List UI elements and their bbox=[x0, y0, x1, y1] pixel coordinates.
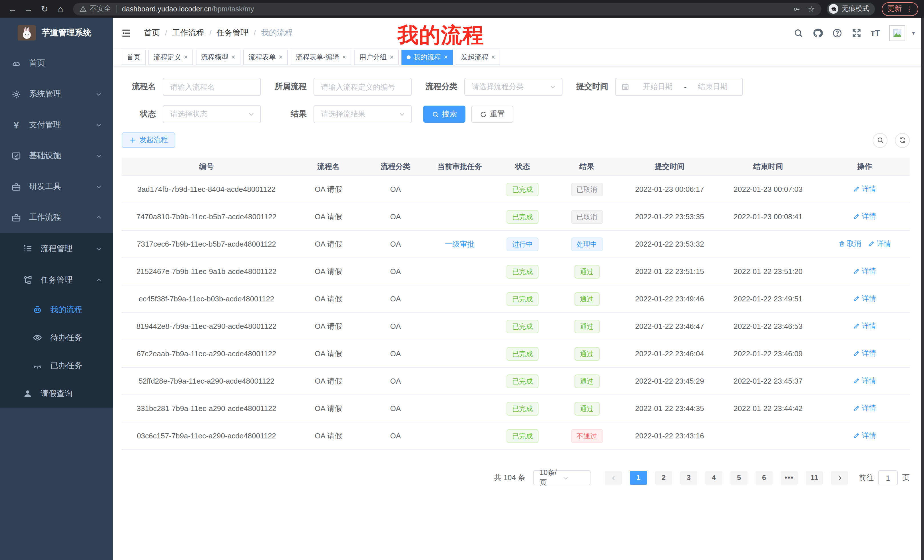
action-详情[interactable]: 详情 bbox=[853, 376, 876, 386]
page-button-2[interactable]: 2 bbox=[655, 471, 672, 485]
process-name-input[interactable] bbox=[163, 78, 261, 96]
cell-id: 7317cec6-7b9b-11ec-b5b7-acde48001122 bbox=[122, 240, 291, 248]
plus-icon bbox=[129, 136, 136, 144]
sidebar-item-我的流程[interactable]: 我的流程 bbox=[0, 296, 113, 324]
key-icon[interactable] bbox=[793, 5, 801, 13]
sidebar-item-已办任务[interactable]: 已办任务 bbox=[0, 352, 113, 380]
sidebar-item-请假查询[interactable]: 请假查询 bbox=[0, 380, 113, 407]
tab-用户分组[interactable]: 用户分组× bbox=[354, 49, 399, 65]
avatar[interactable] bbox=[889, 25, 905, 41]
page-button-6[interactable]: 6 bbox=[756, 471, 772, 485]
end-date-placeholder[interactable]: 结束日期 bbox=[689, 82, 736, 92]
close-icon[interactable]: × bbox=[184, 54, 188, 60]
show-search-button[interactable] bbox=[873, 133, 888, 148]
action-详情[interactable]: 详情 bbox=[853, 321, 876, 331]
fullscreen-icon[interactable] bbox=[851, 28, 861, 38]
action-详情[interactable]: 详情 bbox=[853, 404, 876, 413]
close-icon[interactable]: × bbox=[444, 54, 448, 60]
tab-我的流程[interactable]: 我的流程× bbox=[402, 49, 453, 65]
sidebar-item-label: 我的流程 bbox=[50, 304, 82, 315]
action-详情[interactable]: 详情 bbox=[853, 267, 876, 276]
reset-button[interactable]: 重置 bbox=[471, 106, 513, 123]
cell-status: 已完成 bbox=[494, 319, 551, 333]
next-page-button[interactable] bbox=[831, 471, 848, 485]
close-icon[interactable]: × bbox=[279, 54, 283, 60]
process-definition-input[interactable] bbox=[314, 78, 412, 96]
action-详情[interactable]: 详情 bbox=[868, 239, 891, 249]
sidebar-item-流程管理[interactable]: 流程管理 bbox=[0, 233, 113, 264]
close-icon[interactable]: × bbox=[390, 54, 393, 60]
sidebar-item-系统管理[interactable]: 系统管理 bbox=[0, 79, 113, 109]
page-button-5[interactable]: 5 bbox=[730, 471, 747, 485]
create-process-button[interactable]: 发起流程 bbox=[122, 132, 176, 148]
home-icon[interactable]: ⌂ bbox=[54, 4, 68, 14]
breadcrumb: 首页/工作流程/任务管理/我的流程 bbox=[144, 28, 293, 38]
sidebar-item-首页[interactable]: 首页 bbox=[0, 48, 113, 79]
close-icon[interactable]: × bbox=[491, 54, 495, 60]
close-icon[interactable]: × bbox=[231, 54, 235, 60]
tab-发起流程[interactable]: 发起流程× bbox=[456, 49, 500, 65]
tab-流程表单-编辑[interactable]: 流程表单-编辑× bbox=[291, 49, 351, 65]
breadcrumb-item-工作流程[interactable]: 工作流程 bbox=[172, 28, 204, 38]
breadcrumb-item-任务管理[interactable]: 任务管理 bbox=[217, 28, 249, 38]
action-详情[interactable]: 详情 bbox=[853, 349, 876, 358]
prev-page-button[interactable] bbox=[605, 471, 622, 485]
github-icon[interactable] bbox=[812, 28, 823, 38]
page-button-4[interactable]: 4 bbox=[705, 471, 722, 485]
action-详情[interactable]: 详情 bbox=[853, 212, 876, 222]
task-link[interactable]: 一级审批 bbox=[445, 239, 475, 249]
submit-time-range-picker[interactable]: 开始日期 - 结束日期 bbox=[615, 78, 743, 96]
refresh-table-button[interactable] bbox=[895, 133, 910, 148]
browser-menu-icon[interactable]: ⋮ bbox=[906, 5, 913, 13]
app-logo[interactable]: 芋道管理系统 bbox=[0, 18, 113, 48]
tab-流程定义[interactable]: 流程定义× bbox=[148, 49, 193, 65]
tab-流程表单[interactable]: 流程表单× bbox=[243, 49, 288, 65]
cell-process-name: OA 请假 bbox=[291, 403, 366, 413]
search-button[interactable]: 搜索 bbox=[423, 106, 465, 123]
status-badge: 已完成 bbox=[507, 265, 538, 278]
cell-end-time: 2022-01-22 23:46:09 bbox=[717, 349, 819, 358]
page-button-1[interactable]: 1 bbox=[630, 471, 647, 485]
close-icon[interactable]: × bbox=[342, 54, 346, 60]
security-chip[interactable]: 不安全 bbox=[80, 4, 111, 14]
action-取消[interactable]: 取消 bbox=[838, 239, 861, 249]
sidebar-item-待办任务[interactable]: 待办任务 bbox=[0, 324, 113, 352]
page-button-11[interactable]: 11 bbox=[806, 471, 823, 485]
process-category-select[interactable]: 请选择流程分类 bbox=[464, 78, 562, 96]
action-详情[interactable]: 详情 bbox=[853, 184, 876, 194]
font-size-icon[interactable]: ᴛT bbox=[871, 28, 880, 38]
update-button[interactable]: 更新 ⋮ bbox=[882, 2, 918, 16]
goto-page-input[interactable] bbox=[878, 470, 898, 485]
annotation-overlay: 我的流程 bbox=[398, 21, 484, 49]
result-select[interactable]: 请选择流结果 bbox=[314, 105, 412, 123]
page-button-3[interactable]: 3 bbox=[680, 471, 697, 485]
start-date-placeholder[interactable]: 开始日期 bbox=[634, 82, 682, 92]
tab-流程模型[interactable]: 流程模型× bbox=[196, 49, 240, 65]
page-size-select[interactable]: 10条/页 bbox=[533, 470, 591, 485]
more-pages-button[interactable]: ••• bbox=[781, 471, 798, 485]
sidebar-item-任务管理[interactable]: 任务管理 bbox=[0, 264, 113, 296]
url-text[interactable]: dashboard.yudao.iocoder.cn/bpm/task/my bbox=[122, 5, 793, 13]
action-详情[interactable]: 详情 bbox=[853, 431, 876, 441]
forward-icon[interactable]: → bbox=[22, 4, 35, 14]
action-详情[interactable]: 详情 bbox=[853, 294, 876, 304]
table-toolbar: 发起流程 bbox=[122, 132, 910, 148]
tab-首页[interactable]: 首页 bbox=[122, 49, 146, 65]
sidebar-item-工作流程[interactable]: 工作流程 bbox=[0, 202, 113, 233]
bookmark-star-icon[interactable]: ☆ bbox=[808, 5, 815, 13]
back-icon[interactable]: ← bbox=[6, 4, 20, 14]
sidebar-item-label: 工作流程 bbox=[29, 213, 61, 223]
status-select[interactable]: 请选择状态 bbox=[163, 105, 261, 123]
sidebar-item-研发工具[interactable]: 研发工具 bbox=[0, 171, 113, 202]
search-icon[interactable] bbox=[793, 28, 803, 38]
sidebar-item-支付管理[interactable]: ¥支付管理 bbox=[0, 109, 113, 141]
scrollbar[interactable] bbox=[921, 18, 924, 560]
sidebar-item-基础设施[interactable]: 基础设施 bbox=[0, 141, 113, 171]
action-label: 详情 bbox=[862, 184, 876, 194]
reload-icon[interactable]: ↻ bbox=[38, 4, 51, 14]
address-bar[interactable]: 不安全 dashboard.yudao.iocoder.cn/bpm/task/… bbox=[73, 3, 821, 15]
breadcrumb-item-首页[interactable]: 首页 bbox=[144, 28, 160, 38]
collapse-sidebar-icon[interactable] bbox=[121, 28, 131, 38]
chevron-down-icon[interactable]: ▼ bbox=[911, 30, 916, 36]
help-icon[interactable] bbox=[832, 28, 842, 38]
